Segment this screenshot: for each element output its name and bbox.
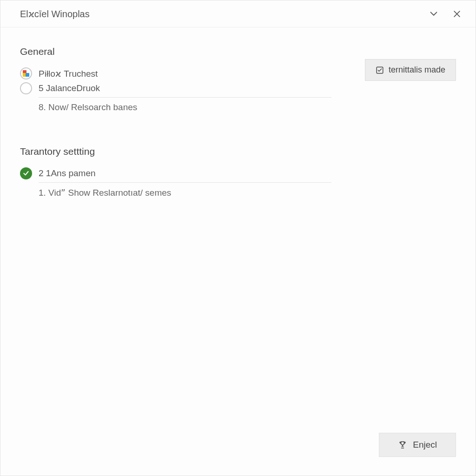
item-label: 2 1Ans pamen [39, 168, 96, 178]
trophy-icon [398, 440, 407, 450]
enjecl-label: Enjecl [413, 440, 437, 450]
footer: Enjecl [0, 433, 476, 476]
close-icon [452, 9, 462, 19]
tarantory-subline: 1. Vidˮ Show Reslarnotıat/ semes [39, 182, 331, 198]
content-area: ternittalis made General Piłloϰ Truchest… [0, 27, 476, 433]
ternittalis-label: ternittalis made [389, 65, 445, 75]
tarantory-sub-area: 1. Vidˮ Show Reslarnotıat/ semes [39, 182, 331, 198]
checkbox-checked-icon [376, 66, 384, 74]
item-label: 5 JalanceDruok [39, 83, 100, 93]
general-sub-area: 8. Now/ Relsoarch banes [39, 97, 331, 112]
close-button[interactable] [448, 5, 466, 23]
color-swatch-icon [20, 67, 32, 79]
general-item-jalance[interactable]: 5 JalanceDruok [20, 82, 456, 94]
enjecl-button[interactable]: Enjecl [379, 433, 456, 457]
radio-unchecked-icon [20, 82, 32, 94]
titlebar: Elϰcīel Winoplas [0, 0, 476, 27]
window-title: Elϰcīel Winoplas [20, 8, 420, 20]
ternittalis-button[interactable]: ternittalis made [365, 59, 456, 81]
check-circle-icon [20, 167, 32, 179]
tarantory-item-ans[interactable]: 2 1Ans pamen [20, 167, 456, 179]
dialog-window: Elϰcīel Winoplas ternittalis made Genera… [0, 0, 476, 476]
item-label: Piłloϰ Truchest [39, 68, 98, 79]
general-section-title: General [20, 46, 456, 57]
minimize-button[interactable] [424, 5, 443, 23]
tarantory-section-title: Tarantory settting [20, 146, 456, 157]
general-subline: 8. Now/ Relsoarch banes [39, 97, 331, 112]
chevron-down-icon [429, 9, 439, 19]
